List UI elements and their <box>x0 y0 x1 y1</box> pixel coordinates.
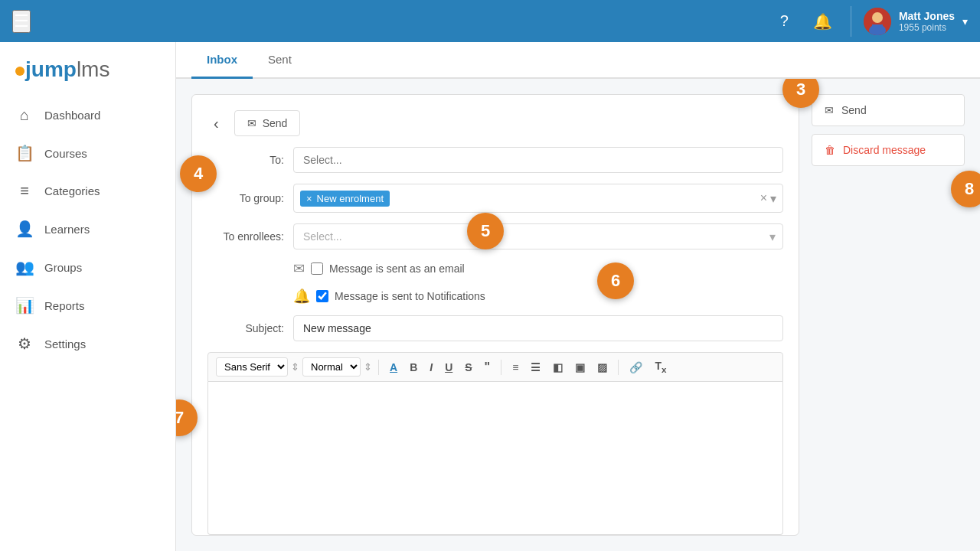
sidebar-item-label: Settings <box>44 337 86 350</box>
font-size-select[interactable]: Normal <box>302 357 361 377</box>
user-info: Matt Jones 1955 points <box>899 10 955 33</box>
user-points: 1955 points <box>899 22 955 33</box>
tag-close-icon[interactable]: × <box>306 193 312 204</box>
discard-button[interactable]: 🗑 Discard message <box>812 134 965 166</box>
help-icon[interactable]: ? <box>774 9 795 33</box>
sidebar-item-categories[interactable]: ≡ Categories <box>0 173 175 209</box>
toolbar-divider-1 <box>378 360 379 375</box>
to-input[interactable] <box>293 147 783 173</box>
sidebar-item-settings[interactable]: ⚙ Settings <box>0 325 175 362</box>
sidebar-item-reports[interactable]: 📊 Reports <box>0 287 175 324</box>
blockquote-button[interactable]: " <box>480 358 495 377</box>
sidebar-item-label: Learners <box>44 223 90 236</box>
font-color-button[interactable]: A <box>385 359 402 376</box>
bold-button[interactable]: B <box>405 359 422 376</box>
discard-icon: 🗑 <box>825 144 835 156</box>
email-checkbox[interactable] <box>311 262 323 275</box>
reports-icon: 📊 <box>15 296 34 315</box>
subject-label: Subject: <box>207 322 284 334</box>
svg-rect-3 <box>872 24 883 31</box>
sidebar-item-dashboard[interactable]: ⌂ Dashboard <box>0 97 175 133</box>
tabs-bar: Inbox Sent <box>176 42 980 79</box>
send-button[interactable]: ✉ Send <box>812 94 965 126</box>
send-top-label: Send <box>263 117 288 129</box>
content-inner: ‹ ✉ Send To: To group: × <box>176 79 980 551</box>
font-family-select[interactable]: Sans Serif <box>216 357 288 377</box>
sidebar-item-courses[interactable]: 📋 Courses <box>0 135 175 171</box>
email-checkbox-label: Message is sent as an email <box>329 262 465 275</box>
clear-format-button[interactable]: Tx <box>650 357 671 377</box>
send-right-label: Send <box>841 104 867 116</box>
to-enrollees-row: To enrollees: Select... ▾ <box>207 223 783 249</box>
italic-button[interactable]: I <box>425 359 437 376</box>
notification-checkbox-label: Message is sent to Notifications <box>335 290 485 302</box>
send-top-button[interactable]: ✉ Send <box>234 110 301 136</box>
content-area: Inbox Sent ‹ ✉ Send To: <box>176 42 980 551</box>
align-right-button[interactable]: ▨ <box>593 359 612 376</box>
header: ☰ ? 🔔 Matt Jones 1955 points ▾ <box>0 0 980 42</box>
tag-input[interactable]: × New enrolment × ▾ <box>293 184 783 213</box>
send-top-icon: ✉ <box>247 117 256 129</box>
notification-checkbox-item: 🔔 Message is sent to Notifications <box>293 288 485 305</box>
toolbar-divider-3 <box>618 360 619 375</box>
subject-input[interactable] <box>293 315 783 341</box>
toolbar-divider-2 <box>501 360 501 375</box>
email-checkbox-item: ✉ Message is sent as an email <box>293 260 465 277</box>
checkbox-row: ✉ Message is sent as an email <box>207 260 783 277</box>
font-family-arrows: ⇕ <box>291 361 299 373</box>
user-menu[interactable]: Matt Jones 1955 points ▾ <box>864 8 968 35</box>
font-size-arrows: ⇕ <box>364 361 372 373</box>
sidebar-item-label: Courses <box>44 147 87 160</box>
compose-panel: ‹ ✉ Send To: To group: × <box>191 94 799 536</box>
notification-checkbox[interactable] <box>316 290 328 302</box>
right-panel: ✉ Send 🗑 Discard message <box>812 94 965 536</box>
strikethrough-button[interactable]: S <box>460 359 476 376</box>
learners-icon: 👤 <box>15 220 34 238</box>
enrollees-select[interactable]: Select... <box>293 223 783 249</box>
avatar <box>864 8 891 35</box>
unordered-list-button[interactable]: ☰ <box>526 359 545 376</box>
sidebar-item-label: Reports <box>44 299 85 312</box>
courses-icon: 📋 <box>15 144 34 162</box>
settings-icon: ⚙ <box>15 334 34 353</box>
discard-label: Discard message <box>843 144 926 156</box>
username: Matt Jones <box>899 10 955 22</box>
link-button[interactable]: 🔗 <box>625 359 647 376</box>
tab-sent[interactable]: Sent <box>253 42 307 79</box>
editor-toolbar: Sans Serif ⇕ Normal ⇕ A B I U S " <box>207 352 783 382</box>
bell-small-icon: 🔔 <box>293 288 310 305</box>
underline-button[interactable]: U <box>440 359 457 376</box>
tag-label: New enrolment <box>317 193 384 204</box>
hamburger-menu-icon[interactable]: ☰ <box>12 10 31 33</box>
enrollees-select-wrapper: Select... ▾ <box>293 223 783 249</box>
sidebar: jumplms ⌂ Dashboard 📋 Courses ≡ Categori… <box>0 42 176 551</box>
svg-point-1 <box>872 12 883 23</box>
sidebar-item-label: Dashboard <box>44 109 100 122</box>
logo: jumplms <box>0 57 175 97</box>
dropdown-icon[interactable]: ▾ <box>770 191 776 206</box>
tag-input-controls[interactable]: × ▾ <box>760 191 776 206</box>
align-left-button[interactable]: ◧ <box>548 359 567 376</box>
back-button[interactable]: ‹ <box>207 112 225 135</box>
editor-body[interactable] <box>207 382 783 535</box>
header-divider <box>851 6 851 37</box>
clear-icon[interactable]: × <box>760 191 767 205</box>
sidebar-nav: ⌂ Dashboard 📋 Courses ≡ Categories 👤 Lea… <box>0 97 175 362</box>
editor-wrapper: Sans Serif ⇕ Normal ⇕ A B I U S " <box>207 352 783 535</box>
tab-inbox[interactable]: Inbox <box>191 42 253 79</box>
dashboard-icon: ⌂ <box>15 106 34 124</box>
sidebar-item-groups[interactable]: 👥 Groups <box>0 249 175 285</box>
email-icon: ✉ <box>293 260 305 277</box>
bell-icon[interactable]: 🔔 <box>807 9 838 34</box>
main-layout: jumplms ⌂ Dashboard 📋 Courses ≡ Categori… <box>0 42 980 551</box>
to-group-label: To group: <box>207 192 284 204</box>
send-right-icon: ✉ <box>825 104 834 116</box>
ordered-list-button[interactable]: ≡ <box>508 359 523 376</box>
user-menu-chevron-icon: ▾ <box>962 15 968 28</box>
tag-new-enrolment: × New enrolment <box>300 191 390 207</box>
align-center-button[interactable]: ▣ <box>570 359 590 376</box>
compose-header: ‹ ✉ Send <box>207 110 783 136</box>
sidebar-item-learners[interactable]: 👤 Learners <box>0 210 175 247</box>
to-label: To: <box>207 154 284 166</box>
subject-row: Subject: <box>207 315 783 341</box>
